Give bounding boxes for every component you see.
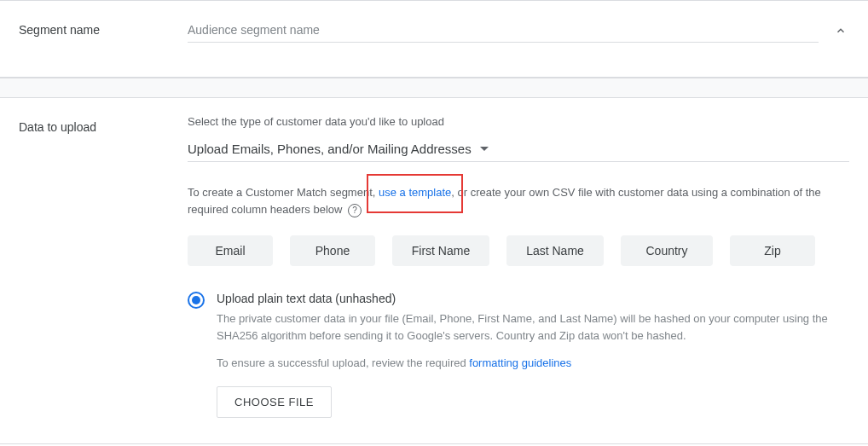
column-headers-row: Email Phone First Name Last Name Country… [188, 235, 849, 266]
upload-type-dropdown[interactable]: Upload Emails, Phones, and/or Mailing Ad… [188, 142, 849, 162]
data-upload-label: Data to upload [19, 115, 188, 134]
data-upload-section: Data to upload Select the type of custom… [0, 98, 868, 444]
column-chip-lastname: Last Name [506, 235, 604, 266]
section-gap [0, 78, 868, 98]
radio-description: The private customer data in your file (… [217, 310, 849, 345]
segment-name-section: Segment name [0, 0, 868, 78]
use-template-link[interactable]: use a template [379, 186, 451, 199]
choose-file-button[interactable]: CHOOSE FILE [217, 386, 332, 418]
radio-dot-icon [192, 296, 200, 304]
help-icon[interactable]: ? [348, 204, 362, 217]
upload-type-value: Upload Emails, Phones, and/or Mailing Ad… [188, 142, 472, 156]
segment-name-label: Segment name [19, 18, 188, 37]
dropdown-caret-icon [480, 147, 489, 151]
column-chip-firstname: First Name [392, 235, 489, 266]
formatting-guidelines-link[interactable]: formatting guidelines [469, 356, 571, 369]
upload-plaintext-option: Upload plain text data (unhashed) The pr… [188, 292, 849, 418]
radio-note: To ensure a successful upload, review th… [217, 356, 849, 369]
column-chip-phone: Phone [290, 235, 375, 266]
column-chip-zip: Zip [730, 235, 815, 266]
desc-pre: To create a Customer Match segment, [188, 186, 379, 199]
upload-plaintext-radio[interactable] [188, 292, 205, 309]
template-description: To create a Customer Match segment, use … [188, 184, 849, 218]
note-pre: To ensure a successful upload, review th… [217, 356, 469, 369]
upload-prompt: Select the type of customer data you'd l… [188, 115, 849, 128]
column-chip-country: Country [621, 235, 713, 266]
collapse-icon[interactable] [832, 22, 849, 39]
radio-label: Upload plain text data (unhashed) [217, 292, 849, 305]
segment-name-input[interactable] [188, 18, 819, 43]
column-chip-email: Email [188, 235, 273, 266]
